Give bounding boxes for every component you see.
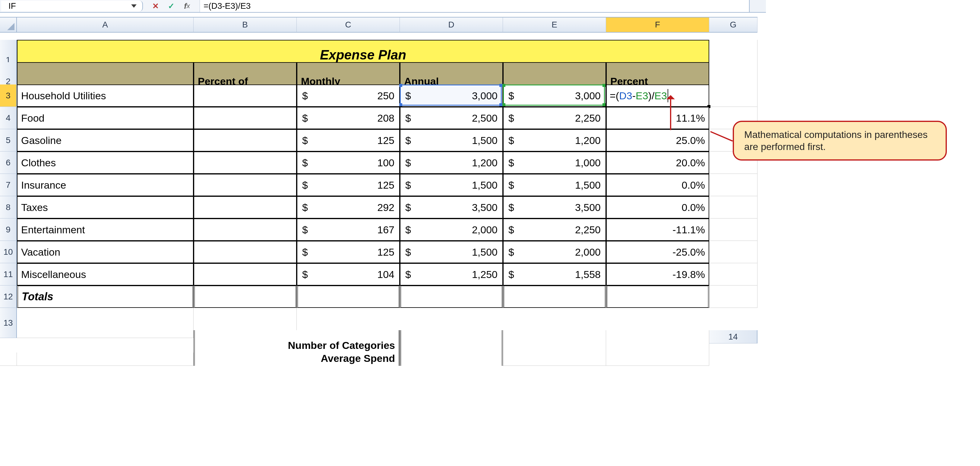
row-head-3[interactable]: 3	[0, 85, 17, 107]
cell-G7[interactable]	[709, 174, 757, 196]
cell-C5[interactable]: $125	[297, 129, 400, 152]
fx-icon[interactable]: fx	[183, 2, 191, 10]
cell-E9[interactable]: $2,250	[503, 219, 606, 241]
row-head-5[interactable]: 5	[0, 129, 17, 152]
cell-G8[interactable]	[709, 196, 757, 219]
col-head-E[interactable]: E	[503, 18, 606, 33]
cell-E10[interactable]: $2,000	[503, 241, 606, 263]
cell-E5[interactable]: $1,200	[503, 129, 606, 152]
col-head-C[interactable]: C	[297, 18, 400, 33]
cell-A7[interactable]: Insurance	[17, 174, 194, 196]
cell-C4[interactable]: $208	[297, 107, 400, 129]
cell-C8[interactable]: $292	[297, 196, 400, 219]
cell-A8[interactable]: Taxes	[17, 196, 194, 219]
cell-B8[interactable]	[194, 196, 297, 219]
col-head-F[interactable]: F	[606, 18, 709, 33]
cell-B4[interactable]	[194, 107, 297, 129]
cell-F14[interactable]	[503, 353, 606, 366]
cell-G3[interactable]	[709, 85, 757, 107]
cell-B6[interactable]	[194, 152, 297, 174]
cell-C12[interactable]	[297, 286, 400, 308]
cell-G12[interactable]	[709, 286, 757, 308]
cell-F8[interactable]: 0.0%	[606, 196, 709, 219]
cell-E11[interactable]: $1,558	[503, 263, 606, 286]
cell-F6[interactable]: 20.0%	[606, 152, 709, 174]
cell-B14[interactable]	[17, 353, 194, 366]
col-head-A[interactable]: A	[17, 18, 194, 33]
cell-B12[interactable]	[194, 286, 297, 308]
cell-A5[interactable]: Gasoline	[17, 129, 194, 152]
cell-F11[interactable]: -19.8%	[606, 263, 709, 286]
cell-C3[interactable]: $250	[297, 85, 400, 107]
cell-D6[interactable]: $1,200	[400, 152, 503, 174]
cell-B11[interactable]	[194, 263, 297, 286]
cell-D8[interactable]: $3,500	[400, 196, 503, 219]
cell-G11[interactable]	[709, 263, 757, 286]
cell-B9[interactable]	[194, 219, 297, 241]
cell-D3[interactable]: $3,000	[400, 85, 503, 107]
row-head-9[interactable]: 9	[0, 219, 17, 241]
row-head-12[interactable]: 12	[0, 286, 17, 308]
row-head-8[interactable]: 8	[0, 196, 17, 219]
cell-B7[interactable]	[194, 174, 297, 196]
name-box-dropdown-icon[interactable]	[126, 1, 142, 11]
cell-A9[interactable]: Entertainment	[17, 219, 194, 241]
cell-A6[interactable]: Clothes	[17, 152, 194, 174]
row-head-6[interactable]: 6	[0, 152, 17, 174]
cell-A4[interactable]: Food	[17, 107, 194, 129]
formula-input[interactable]: =(D3-E3)/E3	[200, 0, 749, 12]
row-head-13[interactable]: 13	[0, 308, 17, 338]
cell-F12[interactable]	[606, 286, 709, 308]
row-head-11[interactable]: 11	[0, 263, 17, 286]
cell-D10[interactable]: $1,500	[400, 241, 503, 263]
cell-E8[interactable]: $3,500	[503, 196, 606, 219]
spreadsheet-grid[interactable]: A B C D E F G 1 Expense Plan (Does not i…	[0, 17, 757, 375]
name-box[interactable]: IF	[1, 1, 143, 11]
row-head-14[interactable]: 14	[709, 330, 757, 343]
cell-A13[interactable]	[17, 308, 194, 338]
cell-F9[interactable]: -11.1%	[606, 219, 709, 241]
cell-C10[interactable]: $125	[297, 241, 400, 263]
cell-G14[interactable]	[606, 353, 709, 366]
cell-D5[interactable]: $1,500	[400, 129, 503, 152]
cell-E14[interactable]	[400, 353, 503, 366]
cell-F5[interactable]: 25.0%	[606, 129, 709, 152]
cell-B5[interactable]	[194, 129, 297, 152]
cell-G9[interactable]	[709, 219, 757, 241]
cell-D9[interactable]: $2,000	[400, 219, 503, 241]
enter-icon[interactable]: ✓	[167, 2, 175, 10]
row-head-7[interactable]: 7	[0, 174, 17, 196]
cell-F10[interactable]: -25.0%	[606, 241, 709, 263]
cell-E6[interactable]: $1,000	[503, 152, 606, 174]
cell-E7[interactable]: $1,500	[503, 174, 606, 196]
cell-B3[interactable]	[194, 85, 297, 107]
cell-D11[interactable]: $1,250	[400, 263, 503, 286]
cell-A14[interactable]	[0, 353, 17, 366]
row-head-4[interactable]: 4	[0, 107, 17, 129]
cell-C6[interactable]: $100	[297, 152, 400, 174]
col-head-B[interactable]: B	[194, 18, 297, 33]
cell-F4[interactable]: 11.1%	[606, 107, 709, 129]
cell-B10[interactable]	[194, 241, 297, 263]
cell-A10[interactable]: Vacation	[17, 241, 194, 263]
formula-bar-expand-icon[interactable]	[749, 0, 766, 12]
cell-C7[interactable]: $125	[297, 174, 400, 196]
cell-D4[interactable]: $2,500	[400, 107, 503, 129]
row-head-10[interactable]: 10	[0, 241, 17, 263]
totals-label-cell[interactable]: Totals	[17, 286, 194, 308]
col-head-D[interactable]: D	[400, 18, 503, 33]
cell-A11[interactable]: Miscellaneous	[17, 263, 194, 286]
cell-F3-editing[interactable]: =(D3-E3)/E3	[606, 85, 709, 107]
select-all-corner[interactable]	[0, 18, 17, 33]
cell-A3[interactable]: Household Utilities	[17, 85, 194, 107]
cell-D7[interactable]: $1,500	[400, 174, 503, 196]
cell-D12[interactable]	[400, 286, 503, 308]
col-head-G[interactable]: G	[709, 18, 757, 33]
average-spend-label[interactable]: Average Spend	[194, 353, 400, 366]
cancel-icon[interactable]: ✕	[151, 2, 160, 10]
cell-E3[interactable]: $3,000	[503, 85, 606, 107]
cell-C9[interactable]: $167	[297, 219, 400, 241]
cell-E4[interactable]: $2,250	[503, 107, 606, 129]
cell-C11[interactable]: $104	[297, 263, 400, 286]
cell-F7[interactable]: 0.0%	[606, 174, 709, 196]
